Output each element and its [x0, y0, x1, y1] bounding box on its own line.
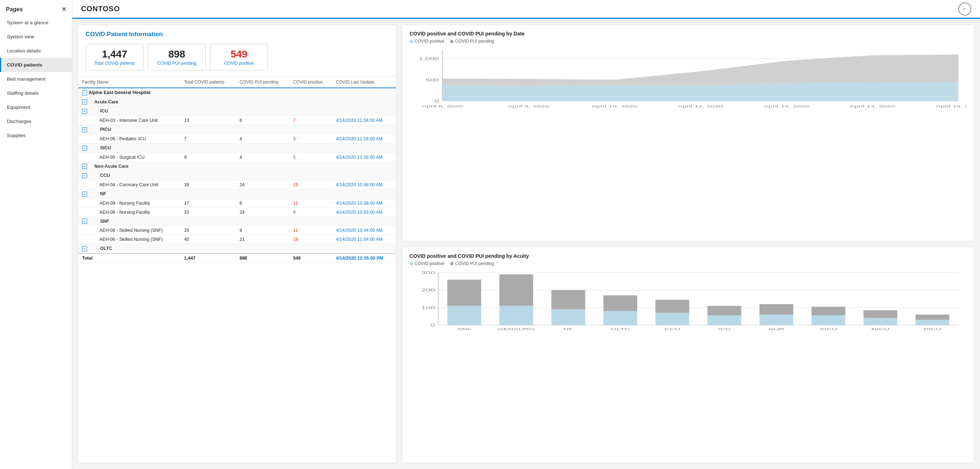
summary-label: COVID positive [218, 61, 260, 66]
svg-rect-42 [759, 304, 794, 314]
table-cell: 4/14/2020 10:48:00 AM [332, 180, 396, 189]
sidebar-item-discharges[interactable]: Discharges [0, 114, 72, 128]
sidebar-item-bed-management[interactable]: Bed management [0, 72, 72, 86]
svg-rect-27 [499, 274, 533, 306]
sidebar-item-staffing-details[interactable]: Staffing details [0, 86, 72, 100]
svg-rect-34 [603, 311, 637, 325]
table-cell: 24 [236, 180, 290, 189]
svg-rect-51 [916, 314, 950, 320]
svg-text:300: 300 [421, 271, 435, 274]
table-cell: 4 [236, 153, 290, 162]
top-bar: CONTOSO ← [72, 0, 980, 19]
table-row: −SNF [78, 217, 396, 226]
sidebar-item-system-at-glance[interactable]: System at a glance [0, 16, 72, 30]
table-cell: 39 [180, 180, 236, 189]
collapse-icon[interactable]: − [82, 109, 87, 114]
col-last_update: COVID Last Update [332, 77, 396, 88]
svg-rect-49 [864, 318, 897, 325]
table-cell: 549 [290, 254, 332, 263]
table-cell: 4/14/2020 10:44:00 AM [332, 226, 396, 235]
svg-text:April 14,
2020: April 14, 2020 [935, 105, 967, 108]
svg-text:CCU: CCU [664, 327, 680, 331]
table-cell: AEH-08 - Nursing Facility [78, 207, 180, 217]
bar-chart-card: COVID positive and COVID PUI pending by … [402, 247, 974, 464]
collapse-icon[interactable]: − [82, 99, 87, 105]
col-facility: Facility Name [78, 77, 180, 88]
table-cell: 4/14/2020 11:16:00 AM [332, 153, 396, 162]
svg-text:SICU: SICU [819, 327, 837, 331]
table-row: −NF [78, 189, 396, 198]
right-panel: COVID positive and COVID PUI pending by … [402, 25, 974, 463]
legend-item: COVID positive [410, 261, 444, 266]
sidebar-nav: System at a glanceSystem viewLocation de… [0, 16, 72, 142]
col-covid_positive: COVID positive [290, 77, 332, 88]
summary-number: 549 [218, 48, 260, 60]
svg-text:April 12,
2020: April 12, 2020 [764, 105, 810, 108]
sidebar-item-equipment[interactable]: Equipment [0, 100, 72, 114]
table-cell: 33 [180, 207, 236, 217]
table-cell: 4/14/2020 11:04:00 AM [332, 116, 396, 125]
collapse-icon[interactable]: − [82, 90, 87, 96]
section-title: COVID Patient Information [86, 31, 388, 38]
svg-text:NICU: NICU [872, 327, 889, 331]
summary-label: COVID PUI pending [156, 61, 198, 66]
svg-text:NUR: NUR [768, 327, 784, 331]
legend-item: COVID positive [410, 39, 444, 44]
table-cell: AEH-06 - Pediatric ICU [78, 134, 180, 143]
svg-text:100: 100 [421, 306, 435, 309]
collapse-icon[interactable]: − [82, 127, 87, 132]
table-cell: 9 [236, 226, 290, 235]
svg-rect-39 [708, 306, 741, 315]
svg-rect-24 [447, 279, 481, 306]
sidebar-item-location-details[interactable]: Location details [0, 44, 72, 58]
sidebar-item-system-view[interactable]: System view [0, 30, 72, 44]
left-panel: COVID Patient Information 1,447Total COV… [78, 25, 396, 463]
table-cell: 9 [180, 153, 236, 162]
table-cell: 898 [236, 254, 290, 263]
table-cell: 4/14/2020 11:16:00 AM [332, 134, 396, 143]
table-cell: 19 [290, 235, 332, 244]
collapse-icon[interactable]: − [82, 246, 87, 251]
svg-text:April 8,
2020: April 8, 2020 [422, 105, 463, 108]
sidebar-title: Pages [6, 6, 23, 13]
table-cell: 5 [290, 153, 332, 162]
svg-text:April 10,
2020: April 10, 2020 [592, 105, 637, 108]
area-chart-title: COVID positive and COVID PUI pending by … [410, 31, 967, 37]
svg-rect-36 [655, 300, 689, 313]
svg-text:April 9,
2020: April 9, 2020 [508, 105, 549, 108]
table-row: −SICU [78, 143, 396, 153]
table-cell: 1,447 [180, 254, 236, 263]
svg-text:0: 0 [431, 323, 435, 327]
table-cell: AEH-09 - Nursing Facility [78, 198, 180, 207]
svg-text:200: 200 [421, 288, 435, 292]
table-cell: 7 [290, 116, 332, 125]
back-button[interactable]: ← [958, 3, 971, 16]
collapse-icon[interactable]: − [82, 173, 87, 178]
svg-rect-46 [811, 315, 846, 325]
col-total_covid: Total COVID patients [180, 77, 236, 88]
collapse-icon[interactable]: − [82, 164, 87, 169]
collapse-icon[interactable]: − [82, 146, 87, 151]
table-cell: 6 [236, 116, 290, 125]
sidebar-item-covid-patients[interactable]: COVID patients [0, 58, 72, 72]
sidebar-item-supplies[interactable]: Supplies [0, 128, 72, 142]
table-row: −ICU [78, 107, 396, 116]
summary-label: Total COVID patients [93, 61, 136, 66]
table-row: −CCU [78, 171, 396, 180]
table-container[interactable]: Facility NameTotal COVID patientsCOVID P… [78, 76, 396, 463]
svg-rect-25 [447, 306, 481, 325]
table-cell: 15 [290, 180, 332, 189]
summary-card: 898COVID PUI pending [148, 44, 206, 70]
bar-chart-title: COVID positive and COVID PUI pending by … [410, 253, 967, 259]
close-icon[interactable]: ✕ [62, 6, 66, 13]
collapse-icon[interactable]: − [82, 219, 87, 224]
svg-text:NF: NF [563, 327, 573, 331]
svg-text:1,000: 1,000 [418, 57, 439, 61]
table-cell: AEH-08 - Skilled Nursing (SNF) [78, 226, 180, 235]
bar-chart: 0 100 200 300 SNFGENSURGNFOLTCCCUICUNURS… [410, 269, 967, 341]
collapse-icon[interactable]: − [82, 191, 87, 197]
table-cell: 3 [290, 134, 332, 143]
sidebar-header: Pages ✕ [0, 0, 72, 16]
bar-chart-legend: COVID positiveCOVID PUI pending [410, 261, 967, 266]
svg-rect-43 [759, 314, 794, 325]
